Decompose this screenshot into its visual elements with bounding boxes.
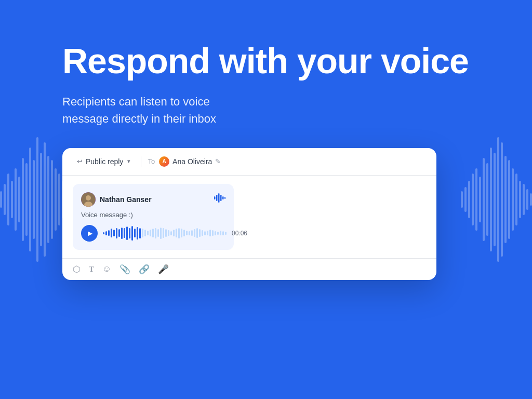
attachment-icon[interactable]: 📎 — [119, 264, 130, 275]
voice-message-bubble: Nathan Ganser Voice message :) — [73, 184, 234, 250]
audio-duration: 00:06 — [232, 230, 247, 237]
header-divider — [141, 156, 141, 167]
edit-recipient-icon[interactable]: ✎ — [215, 157, 221, 165]
reply-type-button[interactable]: ↩ Public reply ▾ — [73, 155, 135, 168]
reply-label: Public reply — [86, 157, 123, 166]
svg-rect-3 — [214, 196, 216, 200]
reply-icon: ↩ — [77, 157, 83, 165]
play-button[interactable]: ▶ — [81, 225, 98, 242]
email-composer-card: ↩ Public reply ▾ To A Ana Oliveira ✎ — [62, 148, 436, 280]
compose-icon[interactable]: ⬡ — [73, 264, 81, 275]
microphone-icon[interactable]: 🎤 — [158, 264, 169, 275]
svg-rect-4 — [216, 195, 218, 201]
svg-rect-8 — [224, 197, 225, 199]
page-headline: Respond with your voice — [62, 42, 470, 81]
link-icon[interactable]: 🔗 — [139, 264, 150, 275]
sender-info: Nathan Ganser — [81, 192, 152, 207]
svg-rect-5 — [218, 193, 220, 203]
svg-rect-7 — [222, 196, 224, 200]
card-toolbar: ⬡ T ☺ 📎 🔗 🎤 — [62, 258, 436, 280]
audio-player[interactable]: ▶ 00:06 — [81, 225, 225, 242]
avatar-svg — [81, 192, 96, 207]
message-header: Nathan Ganser — [81, 192, 225, 207]
recipient-avatar-initials: A — [162, 158, 166, 164]
play-icon: ▶ — [88, 230, 92, 237]
sender-name: Nathan Ganser — [100, 195, 152, 204]
audio-waveform — [103, 226, 227, 241]
card-header: ↩ Public reply ▾ To A Ana Oliveira ✎ — [62, 148, 436, 176]
to-label: To — [148, 157, 155, 165]
page-subtitle: Recipients can listen to voice message d… — [62, 93, 239, 127]
emoji-icon[interactable]: ☺ — [102, 264, 111, 274]
recipient-field[interactable]: A Ana Oliveira ✎ — [159, 156, 221, 167]
text-format-icon[interactable]: T — [89, 265, 94, 274]
svg-rect-6 — [220, 195, 222, 201]
message-text: Voice message :) — [81, 211, 225, 219]
svg-point-1 — [86, 195, 91, 201]
sender-avatar — [81, 192, 96, 207]
chevron-down-icon: ▾ — [127, 158, 130, 165]
recipient-name: Ana Oliveira — [172, 157, 212, 166]
recipient-avatar: A — [159, 156, 169, 167]
card-body: Nathan Ganser Voice message :) — [62, 176, 436, 258]
active-waveform-icon — [214, 193, 225, 205]
